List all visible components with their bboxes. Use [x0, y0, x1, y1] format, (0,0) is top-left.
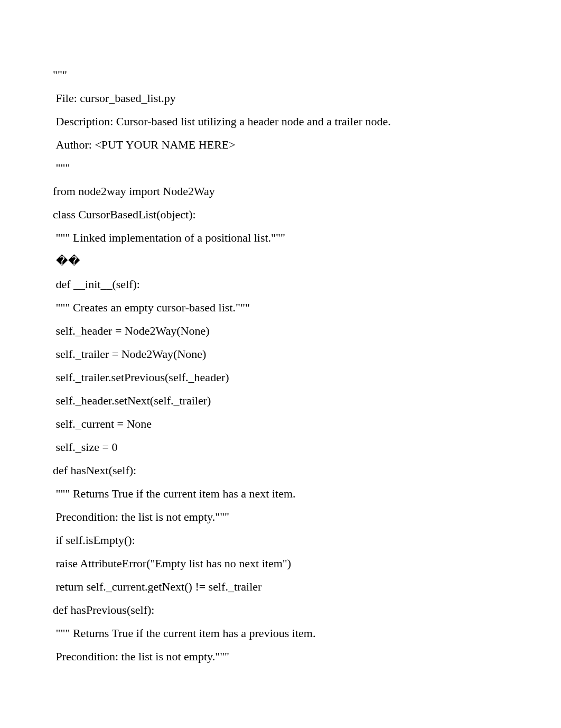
code-line: self._trailer.setPrevious(self._header)	[53, 366, 508, 389]
code-line: Author: <PUT YOUR NAME HERE>	[53, 133, 508, 156]
code-line: Precondition: the list is not empty."""	[53, 505, 508, 529]
code-line: self._size = 0	[53, 436, 508, 459]
code-line: if self.isEmpty():	[53, 529, 508, 552]
code-line: """ Creates an empty cursor-based list."…	[53, 296, 508, 319]
code-line: def hasNext(self):	[53, 459, 508, 482]
code-line-unknown-chars: ��	[53, 250, 508, 273]
code-line: Precondition: the list is not empty."""	[53, 645, 508, 668]
code-line: """	[53, 63, 508, 87]
code-line: raise AttributeError("Empty list has no …	[53, 552, 508, 575]
code-line: self._header = Node2Way(None)	[53, 319, 508, 343]
code-line: class CursorBasedList(object):	[53, 203, 508, 226]
code-line: self._header.setNext(self._trailer)	[53, 389, 508, 412]
code-line: """ Returns True if the current item has…	[53, 482, 508, 505]
code-line: def __init__(self):	[53, 273, 508, 296]
code-line: def hasPrevious(self):	[53, 598, 508, 622]
code-line: """ Returns True if the current item has…	[53, 622, 508, 645]
code-line: from node2way import Node2Way	[53, 180, 508, 203]
code-line: self._trailer = Node2Way(None)	[53, 343, 508, 366]
code-line: File: cursor_based_list.py	[53, 87, 508, 110]
code-line: return self._current.getNext() != self._…	[53, 575, 508, 598]
code-line: """ Linked implementation of a positiona…	[53, 226, 508, 250]
code-line: """	[53, 156, 508, 180]
code-line: Description: Cursor-based list utilizing…	[53, 110, 508, 133]
code-line: self._current = None	[53, 412, 508, 436]
